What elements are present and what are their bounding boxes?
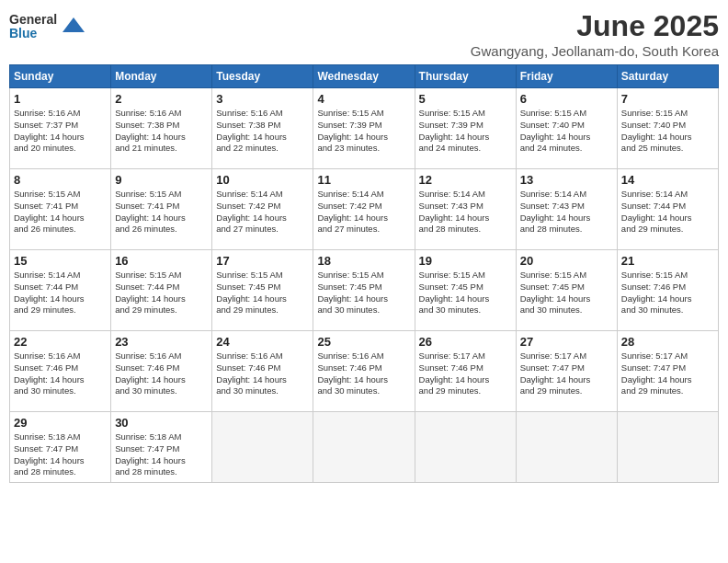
- table-row: 6 Sunrise: 5:15 AM Sunset: 7:40 PM Dayli…: [516, 88, 617, 169]
- table-row: [617, 412, 718, 483]
- th-sunday: Sunday: [10, 65, 111, 88]
- logo-general: General: [9, 13, 57, 27]
- table-row: 17 Sunrise: 5:15 AM Sunset: 7:45 PM Dayl…: [212, 250, 313, 331]
- sunrise-line: Sunrise: 5:14 AM: [621, 189, 714, 201]
- sunrise-line: Sunrise: 5:17 AM: [419, 350, 512, 362]
- sunset-line: Sunset: 7:42 PM: [216, 201, 309, 213]
- daylight-minutes-line: and 24 minutes.: [419, 143, 512, 155]
- sunrise-line: Sunrise: 5:15 AM: [419, 108, 512, 120]
- daylight-minutes-line: and 26 minutes.: [14, 224, 107, 236]
- sunrise-line: Sunrise: 5:16 AM: [115, 350, 208, 362]
- sunset-line: Sunset: 7:47 PM: [621, 362, 714, 374]
- daylight-minutes-line: and 27 minutes.: [216, 224, 309, 236]
- daylight-line: Daylight: 14 hours: [520, 374, 613, 386]
- sunrise-line: Sunrise: 5:16 AM: [317, 350, 410, 362]
- day-number: 16: [115, 254, 208, 268]
- sunrise-line: Sunrise: 5:16 AM: [216, 350, 309, 362]
- day-number: 22: [14, 335, 107, 349]
- header: General Blue June 2025 Gwangyang, Jeolla…: [9, 9, 719, 59]
- sunrise-line: Sunrise: 5:15 AM: [317, 108, 410, 120]
- sunset-line: Sunset: 7:42 PM: [317, 201, 410, 213]
- daylight-line: Daylight: 14 hours: [520, 293, 613, 305]
- location-title: Gwangyang, Jeollanam-do, South Korea: [471, 43, 719, 59]
- daylight-minutes-line: and 28 minutes.: [115, 466, 208, 478]
- svg-marker-0: [63, 17, 85, 32]
- sunrise-line: Sunrise: 5:15 AM: [216, 270, 309, 282]
- daylight-line: Daylight: 14 hours: [14, 213, 107, 224]
- sunrise-line: Sunrise: 5:14 AM: [216, 189, 309, 201]
- table-row: 26 Sunrise: 5:17 AM Sunset: 7:46 PM Dayl…: [415, 331, 516, 412]
- table-row: 25 Sunrise: 5:16 AM Sunset: 7:46 PM Dayl…: [313, 331, 415, 412]
- table-row: 2 Sunrise: 5:16 AM Sunset: 7:38 PM Dayli…: [111, 88, 212, 169]
- table-row: 7 Sunrise: 5:15 AM Sunset: 7:40 PM Dayli…: [617, 88, 718, 169]
- daylight-line: Daylight: 14 hours: [419, 132, 512, 144]
- day-number: 6: [520, 92, 613, 106]
- table-row: 1 Sunrise: 5:16 AM Sunset: 7:37 PM Dayli…: [10, 88, 111, 169]
- daylight-minutes-line: and 30 minutes.: [115, 385, 208, 397]
- table-row: 8 Sunrise: 5:15 AM Sunset: 7:41 PM Dayli…: [10, 169, 111, 250]
- daylight-minutes-line: and 30 minutes.: [14, 385, 107, 397]
- daylight-line: Daylight: 14 hours: [115, 455, 208, 467]
- table-row: 5 Sunrise: 5:15 AM Sunset: 7:39 PM Dayli…: [415, 88, 516, 169]
- day-number: 26: [419, 335, 512, 349]
- table-row: 12 Sunrise: 5:14 AM Sunset: 7:43 PM Dayl…: [415, 169, 516, 250]
- day-number: 18: [317, 254, 410, 268]
- day-number: 2: [115, 92, 208, 106]
- day-number: 21: [621, 254, 714, 268]
- table-row: 4 Sunrise: 5:15 AM Sunset: 7:39 PM Dayli…: [313, 88, 415, 169]
- daylight-line: Daylight: 14 hours: [419, 293, 512, 305]
- day-number: 14: [621, 173, 714, 187]
- day-number: 12: [419, 173, 512, 187]
- daylight-line: Daylight: 14 hours: [115, 132, 208, 144]
- daylight-minutes-line: and 24 minutes.: [520, 143, 613, 155]
- table-row: 29 Sunrise: 5:18 AM Sunset: 7:47 PM Dayl…: [10, 412, 111, 483]
- calendar-table: Sunday Monday Tuesday Wednesday Thursday…: [9, 64, 719, 483]
- sunset-line: Sunset: 7:45 PM: [317, 282, 410, 293]
- daylight-minutes-line: and 29 minutes.: [621, 385, 714, 397]
- day-number: 29: [14, 416, 107, 430]
- logo-icon: [61, 14, 86, 40]
- daylight-minutes-line: and 20 minutes.: [14, 143, 107, 155]
- th-monday: Monday: [111, 65, 212, 88]
- sunset-line: Sunset: 7:43 PM: [419, 201, 512, 213]
- day-number: 1: [14, 92, 107, 106]
- sunrise-line: Sunrise: 5:17 AM: [621, 350, 714, 362]
- day-number: 13: [520, 173, 613, 187]
- daylight-line: Daylight: 14 hours: [14, 374, 107, 386]
- sunset-line: Sunset: 7:47 PM: [14, 443, 107, 455]
- sunset-line: Sunset: 7:47 PM: [115, 443, 208, 455]
- daylight-line: Daylight: 14 hours: [14, 455, 107, 467]
- daylight-line: Daylight: 14 hours: [621, 374, 714, 386]
- sunset-line: Sunset: 7:45 PM: [216, 282, 309, 293]
- day-number: 30: [115, 416, 208, 430]
- sunrise-line: Sunrise: 5:15 AM: [419, 270, 512, 282]
- table-row: 19 Sunrise: 5:15 AM Sunset: 7:45 PM Dayl…: [415, 250, 516, 331]
- daylight-line: Daylight: 14 hours: [419, 374, 512, 386]
- sunrise-line: Sunrise: 5:15 AM: [621, 270, 714, 282]
- table-row: 18 Sunrise: 5:15 AM Sunset: 7:45 PM Dayl…: [313, 250, 415, 331]
- daylight-line: Daylight: 14 hours: [520, 132, 613, 144]
- sunset-line: Sunset: 7:46 PM: [419, 362, 512, 374]
- daylight-minutes-line: and 30 minutes.: [317, 385, 410, 397]
- logo: General Blue: [9, 13, 86, 41]
- daylight-minutes-line: and 30 minutes.: [520, 304, 613, 316]
- day-number: 20: [520, 254, 613, 268]
- sunset-line: Sunset: 7:38 PM: [115, 120, 208, 132]
- daylight-line: Daylight: 14 hours: [115, 213, 208, 224]
- sunset-line: Sunset: 7:46 PM: [216, 362, 309, 374]
- daylight-line: Daylight: 14 hours: [14, 132, 107, 144]
- daylight-line: Daylight: 14 hours: [317, 213, 410, 224]
- sunrise-line: Sunrise: 5:15 AM: [115, 270, 208, 282]
- table-row: 24 Sunrise: 5:16 AM Sunset: 7:46 PM Dayl…: [212, 331, 313, 412]
- daylight-minutes-line: and 29 minutes.: [14, 304, 107, 316]
- daylight-line: Daylight: 14 hours: [216, 132, 309, 144]
- daylight-minutes-line: and 21 minutes.: [115, 143, 208, 155]
- sunrise-line: Sunrise: 5:15 AM: [520, 108, 613, 120]
- daylight-minutes-line: and 30 minutes.: [419, 304, 512, 316]
- sunset-line: Sunset: 7:46 PM: [115, 362, 208, 374]
- sunrise-line: Sunrise: 5:15 AM: [317, 270, 410, 282]
- day-number: 23: [115, 335, 208, 349]
- sunset-line: Sunset: 7:46 PM: [14, 362, 107, 374]
- daylight-line: Daylight: 14 hours: [621, 132, 714, 144]
- table-row: [516, 412, 617, 483]
